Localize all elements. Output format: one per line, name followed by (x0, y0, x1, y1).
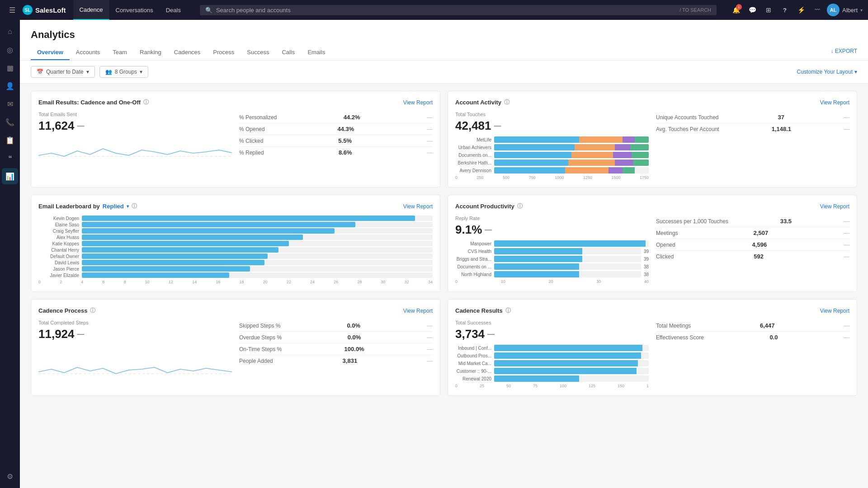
search-bar[interactable]: 🔍 / TO SEARCH (200, 5, 717, 15)
cadence-results-axis: 02550 75100125 1501 (455, 384, 649, 388)
cbar-outbound: Outbound Pros... (455, 352, 649, 359)
productivity-left: Reply Rate 9.1% — Manpower (455, 216, 649, 284)
productivity-info-icon[interactable]: ⓘ (517, 202, 523, 210)
sidebar-clipboard[interactable]: 📋 (2, 132, 18, 148)
reply-rate-value: 9.1% — (455, 223, 649, 237)
sidebar-home[interactable]: ⌂ (2, 23, 18, 40)
account-activity-info-icon[interactable]: ⓘ (504, 99, 509, 106)
subnav-accounts[interactable]: Accounts (70, 45, 106, 60)
total-successes-value: 3,734 — (455, 327, 649, 341)
subnav-calls[interactable]: Calls (275, 45, 301, 60)
leaderboard-sort-chevron[interactable]: ▾ (127, 204, 129, 209)
account-activity-body: Total Touches 42,481 — MetLife (455, 112, 849, 180)
chat-icon: 💬 (749, 6, 756, 14)
cadence-results-body: Total Successes 3,734 — Inbound | Conf..… (455, 320, 849, 388)
leaderboard-info-icon[interactable]: ⓘ (132, 202, 137, 210)
cadence-results-view-report[interactable]: View Report (820, 308, 849, 314)
stat-overdue: Overdue Steps % 0.0% — (239, 332, 433, 343)
subnav-ranking[interactable]: Ranking (133, 45, 168, 60)
account-productivity-card: Account Productivity ⓘ View Report Reply… (448, 195, 857, 292)
notification-badge: 1 (736, 4, 742, 10)
subnav-cadences[interactable]: Cadences (168, 45, 207, 60)
stat-opened: % Opened 44.3% — (239, 123, 433, 135)
export-button[interactable]: ↓ EXPORT (831, 48, 857, 58)
productivity-view-report[interactable]: View Report (820, 203, 849, 210)
cadence-process-title: Cadence Process ⓘ (38, 307, 95, 314)
stat-replied: % Replied 8.6% — (239, 147, 433, 158)
quarter-chevron: ▾ (86, 69, 89, 75)
primary-nav: Cadence Conversations Deals (73, 0, 187, 20)
email-results-right: % Personalized 44.2% — % Opened 44.3% — … (239, 112, 433, 166)
groups-chevron: ▾ (140, 69, 142, 75)
customize-layout-btn[interactable]: Customize Your Layout ▾ (797, 69, 857, 75)
total-touches-label: Total Touches (455, 112, 649, 117)
email-results-header: Email Results: Cadence and One-Off ⓘ Vie… (38, 99, 433, 106)
grid-btn[interactable]: ⊞ (762, 3, 775, 17)
stat-total-meetings: Total Meetings 6,447 — (656, 320, 849, 332)
sub-navigation: Overview Accounts Team Ranking Cadences … (31, 45, 857, 60)
cadence-results-info-icon[interactable]: ⓘ (505, 307, 511, 314)
cadence-results-left: Total Successes 3,734 — Inbound | Conf..… (455, 320, 649, 388)
email-results-view-report[interactable]: View Report (403, 99, 433, 106)
username: Albert (842, 7, 858, 14)
account-activity-view-report[interactable]: View Report (820, 99, 849, 106)
logo-icon: SL (23, 5, 33, 15)
lightning-btn[interactable]: ⚡ (794, 3, 808, 17)
sidebar-quote[interactable]: ❝ (2, 150, 18, 166)
user-chevron: ▾ (860, 8, 863, 13)
cbar-renewal: Renewal 2020 (455, 375, 649, 382)
sidebar-person[interactable]: 👤 (2, 78, 18, 94)
productivity-body: Reply Rate 9.1% — Manpower (455, 216, 849, 284)
subnav-team[interactable]: Team (106, 45, 133, 60)
nav-cadence[interactable]: Cadence (73, 0, 109, 20)
logo: SL SalesLoft (23, 5, 66, 15)
stat-skipped: Skipped Steps % 0.0% — (239, 320, 433, 332)
notifications-btn[interactable]: 🔔 1 (729, 3, 743, 17)
email-results-left: Total Emails Sent 11,624 — (38, 112, 232, 166)
stat-clicked-prod: Clicked 592 — (656, 251, 849, 262)
search-icon: 🔍 (205, 7, 212, 14)
nav-conversations[interactable]: Conversations (109, 0, 160, 20)
subnav-success[interactable]: Success (241, 45, 275, 60)
cadence-process-info-icon[interactable]: ⓘ (90, 307, 95, 314)
total-touches-value: 42,481 — (455, 119, 649, 133)
pbar-cvs: CVS Health 39 (455, 248, 649, 254)
hamburger-menu[interactable]: ☰ (5, 4, 19, 16)
sidebar-target[interactable]: ◎ (2, 42, 18, 58)
quarter-filter-btn[interactable]: 📅 Quarter to Date ▾ (31, 66, 95, 78)
stat-avg-touches: Avg. Touches Per Account 1,148.1 — (656, 123, 849, 135)
sidebar-grid[interactable]: ▦ (2, 60, 18, 76)
user-menu[interactable]: AL Albert ▾ (827, 4, 863, 16)
lboard-katie: Katie Koppes (38, 241, 433, 246)
search-hint: / TO SEARCH (679, 7, 711, 13)
hbar-berkshire: Berkshire Hath... (455, 160, 649, 166)
sidebar-chart[interactable]: 📊 (2, 168, 18, 184)
subnav-emails[interactable]: Emails (301, 45, 331, 60)
email-leaderboard-card: Email Leaderboard by Replied ▾ ⓘ View Re… (31, 195, 440, 292)
cadence-process-view-report[interactable]: View Report (403, 308, 433, 314)
leaderboard-header: Email Leaderboard by Replied ▾ ⓘ View Re… (38, 202, 433, 210)
stat-people-added: People Added 3,831 — (239, 355, 433, 366)
search-input[interactable] (216, 7, 676, 14)
email-results-info-icon[interactable]: ⓘ (143, 99, 149, 106)
hbar-avery: Avery Dennison (455, 167, 649, 174)
emails-dash: — (77, 122, 85, 130)
sidebar-email[interactable]: ✉ (2, 96, 18, 112)
help-btn[interactable]: ? (778, 3, 792, 17)
subnav-process[interactable]: Process (207, 45, 241, 60)
subnav-overview[interactable]: Overview (31, 45, 70, 60)
signal-btn[interactable]: 〰 (811, 3, 824, 17)
customize-label: Customize Your Layout (797, 69, 853, 75)
pbar-manpower: Manpower (455, 240, 649, 247)
nav-deals[interactable]: Deals (160, 0, 187, 20)
account-activity-left: Total Touches 42,481 — MetLife (455, 112, 649, 180)
lboard-javier: Javier Elizalde (38, 272, 433, 278)
leaderboard-view-report[interactable]: View Report (403, 203, 433, 210)
sidebar-phone[interactable]: 📞 (2, 114, 18, 130)
lboard-default: Default Owner (38, 253, 433, 259)
stat-personalized: % Personalized 44.2% — (239, 112, 433, 123)
total-steps-value: 11,924 — (38, 327, 232, 341)
chat-btn[interactable]: 💬 (745, 3, 759, 17)
groups-filter-btn[interactable]: 👥 8 Groups ▾ (99, 66, 148, 78)
leaderboard-sort-by[interactable]: Replied (103, 203, 124, 210)
